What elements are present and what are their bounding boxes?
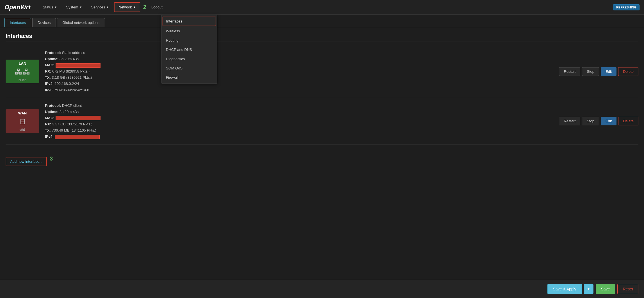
- lan-mac-redacted: [56, 63, 101, 68]
- wan-info: Protocol: DHCP client Uptime: 8h 20m 43s…: [45, 103, 553, 140]
- top-navbar: OpenWrt Status ▼ System ▼ Services ▼ Net…: [0, 0, 644, 15]
- step-badge-network: 2: [143, 4, 146, 10]
- save-button[interactable]: Save: [596, 284, 615, 294]
- wan-delete-button[interactable]: Delete: [618, 117, 638, 125]
- nav-services[interactable]: Services ▼: [87, 3, 113, 12]
- nav-items: Status ▼ System ▼ Services ▼ Network ▼ 2…: [39, 2, 613, 12]
- wan-name: WAN: [18, 111, 27, 115]
- lan-sub: br-lan: [19, 78, 26, 82]
- chevron-down-icon: ▼: [79, 6, 82, 9]
- dropdown-item-interfaces[interactable]: Interfaces: [163, 17, 216, 26]
- wan-mac-redacted: [56, 116, 101, 120]
- section-title: Interfaces: [6, 33, 638, 42]
- lan-interface-card: LAN 🖧🖧 br-lan: [6, 60, 39, 83]
- lan-stop-button[interactable]: Stop: [582, 67, 599, 76]
- dropdown-item-routing[interactable]: Routing: [161, 36, 217, 45]
- save-apply-dropdown-button[interactable]: ▼: [584, 284, 593, 294]
- wan-edit-button[interactable]: Edit: [601, 117, 616, 125]
- dropdown-item-dhcp-dns[interactable]: DHCP and DNS: [161, 45, 217, 54]
- main-content: Interfaces LAN 🖧🖧 br-lan Protocol: Stati…: [0, 27, 644, 297]
- wan-stop-button[interactable]: Stop: [582, 117, 599, 125]
- lan-icon: 🖧🖧: [15, 67, 30, 76]
- dropdown-item-wireless[interactable]: Wireless: [161, 26, 217, 36]
- bottom-bar: Save & Apply ▼ Save Reset: [0, 280, 644, 298]
- wan-sub: eth1: [19, 128, 25, 131]
- app-logo: OpenWrt: [4, 4, 30, 11]
- dropdown-item-sqm-qos[interactable]: SQM QoS: [161, 64, 217, 73]
- chevron-down-icon: ▼: [133, 6, 136, 9]
- chevron-down-icon: ▼: [54, 6, 57, 9]
- wan-ipv4-redacted: [55, 135, 100, 139]
- nav-logout[interactable]: Logout: [147, 3, 166, 12]
- wan-actions: Restart Stop Edit Delete: [559, 117, 638, 125]
- add-interface-button[interactable]: Add new interface...: [6, 157, 47, 166]
- lan-info: Protocol: Static address Uptime: 8h 20m …: [45, 50, 553, 93]
- table-row: LAN 🖧🖧 br-lan Protocol: Static address U…: [6, 45, 638, 98]
- lan-restart-button[interactable]: Restart: [559, 67, 580, 76]
- step-badge-add: 3: [50, 155, 53, 162]
- dropdown-item-firewall[interactable]: Firewall: [161, 73, 217, 82]
- chevron-down-icon: ▼: [106, 6, 109, 9]
- lan-edit-button[interactable]: Edit: [601, 67, 616, 76]
- add-interface-row: Add new interface... 3: [6, 151, 638, 166]
- nav-status[interactable]: Status ▼: [39, 3, 61, 12]
- table-row: WAN 🖥 eth1 Protocol: DHCP client Uptime:…: [6, 98, 638, 145]
- tabs-row: Interfaces Devices Global network option…: [0, 15, 644, 27]
- lan-delete-button[interactable]: Delete: [618, 67, 638, 76]
- lan-actions: Restart Stop Edit Delete: [559, 67, 638, 76]
- network-dropdown: Interfaces Wireless Routing DHCP and DNS…: [161, 15, 217, 83]
- dropdown-menu: Interfaces Wireless Routing DHCP and DNS…: [161, 15, 217, 83]
- refreshing-badge: REFRESHING: [613, 4, 640, 10]
- wan-restart-button[interactable]: Restart: [559, 117, 580, 125]
- reset-button[interactable]: Reset: [617, 284, 638, 294]
- wan-interface-card: WAN 🖥 eth1: [6, 109, 39, 133]
- nav-network[interactable]: Network ▼: [114, 2, 140, 12]
- nav-system[interactable]: System ▼: [62, 3, 86, 12]
- tab-devices[interactable]: Devices: [32, 18, 56, 27]
- tab-interfaces[interactable]: Interfaces: [4, 18, 31, 27]
- dropdown-item-diagnostics[interactable]: Diagnostics: [161, 54, 217, 64]
- wan-icon: 🖥: [19, 117, 26, 126]
- save-apply-button[interactable]: Save & Apply: [547, 284, 581, 294]
- tab-global-network-options[interactable]: Global network options: [57, 18, 105, 27]
- lan-name: LAN: [19, 61, 26, 66]
